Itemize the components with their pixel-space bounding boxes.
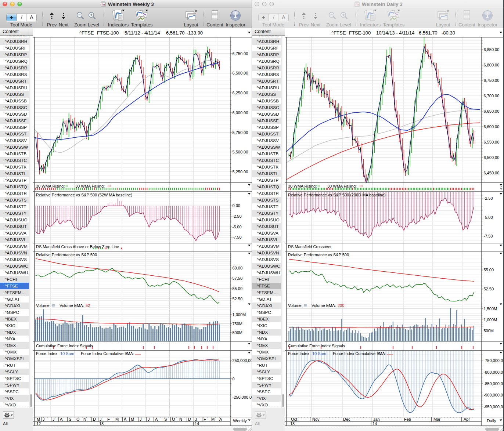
svg-text:Force Index:10 SumForce Index: Force Index:10 SumForce Index Cumulative… [288, 351, 386, 356]
svg-text:RS Mansfield Crossover: RS Mansfield Crossover [288, 245, 332, 249]
svg-text:Relative Performance vs S&P 50: Relative Performance vs S&P 500 (200D MA… [288, 193, 386, 197]
svg-text:Volume:Volume EMA:200: Volume:Volume EMA:200 [288, 303, 344, 308]
svg-text:Daily: Daily [487, 419, 496, 423]
svg-text:Cumulative Force Index Signals: Cumulative Force Index Signals [288, 344, 345, 348]
svg-text:^FTSEFTSE-10010/14/13 - 4/11/1: ^FTSEFTSE-10010/14/13 - 4/11/146,561.70-… [331, 30, 455, 36]
svg-text:Relative Performance vs S&P 50: Relative Performance vs S&P 500 [288, 253, 349, 257]
